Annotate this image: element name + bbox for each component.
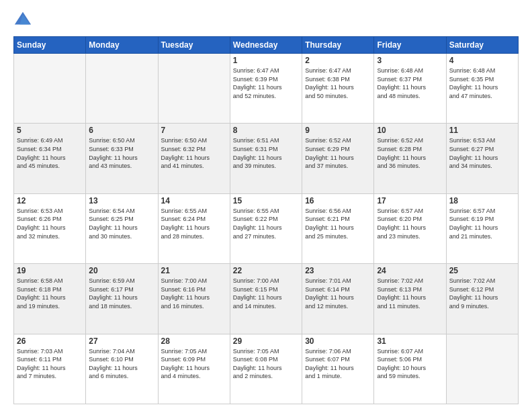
calendar-day-cell: 9Sunrise: 6:52 AM Sunset: 6:29 PM Daylig… (302, 124, 374, 193)
cell-content: Sunrise: 6:48 AM Sunset: 6:37 PM Dayligh… (377, 66, 443, 100)
calendar-day-header: Sunday (14, 37, 86, 54)
calendar-table: SundayMondayTuesdayWednesdayThursdayFrid… (13, 36, 519, 404)
calendar-day-header: Monday (86, 37, 158, 54)
logo-icon (13, 11, 32, 30)
day-number: 20 (89, 266, 154, 275)
cell-content: Sunrise: 6:49 AM Sunset: 6:34 PM Dayligh… (17, 136, 83, 170)
calendar-day-cell: 19Sunrise: 6:58 AM Sunset: 6:18 PM Dayli… (14, 264, 86, 334)
cell-content: Sunrise: 6:57 AM Sunset: 6:20 PM Dayligh… (377, 207, 443, 240)
day-number: 23 (305, 266, 371, 275)
logo (13, 11, 35, 30)
calendar-day-cell: 15Sunrise: 6:55 AM Sunset: 6:22 PM Dayli… (230, 193, 302, 263)
cell-content: Sunrise: 7:05 AM Sunset: 6:09 PM Dayligh… (161, 347, 227, 381)
cell-content: Sunrise: 7:02 AM Sunset: 6:12 PM Dayligh… (449, 277, 515, 310)
calendar-day-cell: 18Sunrise: 6:57 AM Sunset: 6:19 PM Dayli… (446, 193, 518, 263)
day-number: 19 (17, 266, 83, 275)
day-number: 28 (161, 336, 227, 346)
calendar-week-row: 5Sunrise: 6:49 AM Sunset: 6:34 PM Daylig… (14, 124, 519, 193)
cell-content: Sunrise: 7:00 AM Sunset: 6:16 PM Dayligh… (161, 277, 227, 310)
cell-content: Sunrise: 6:54 AM Sunset: 6:25 PM Dayligh… (89, 207, 154, 240)
day-number: 25 (449, 266, 515, 275)
cell-content: Sunrise: 6:53 AM Sunset: 6:26 PM Dayligh… (17, 207, 83, 240)
cell-content: Sunrise: 6:07 AM Sunset: 5:06 PM Dayligh… (377, 347, 443, 381)
day-number: 21 (161, 266, 227, 275)
calendar-day-cell: 13Sunrise: 6:54 AM Sunset: 6:25 PM Dayli… (86, 193, 158, 263)
calendar-day-cell: 6Sunrise: 6:50 AM Sunset: 6:33 PM Daylig… (86, 124, 158, 193)
calendar-day-cell: 7Sunrise: 6:50 AM Sunset: 6:32 PM Daylig… (158, 124, 230, 193)
cell-content: Sunrise: 6:48 AM Sunset: 6:35 PM Dayligh… (449, 66, 515, 100)
day-number: 9 (305, 126, 371, 135)
day-number: 8 (233, 126, 299, 135)
calendar-day-cell: 14Sunrise: 6:55 AM Sunset: 6:24 PM Dayli… (158, 193, 230, 263)
calendar-day-cell: 1Sunrise: 6:47 AM Sunset: 6:39 PM Daylig… (230, 54, 302, 124)
calendar-day-cell: 3Sunrise: 6:48 AM Sunset: 6:37 PM Daylig… (374, 54, 446, 124)
calendar-day-header: Tuesday (158, 37, 230, 54)
calendar-day-cell: 10Sunrise: 6:52 AM Sunset: 6:28 PM Dayli… (374, 124, 446, 193)
calendar-day-cell: 5Sunrise: 6:49 AM Sunset: 6:34 PM Daylig… (14, 124, 86, 193)
calendar-day-cell: 4Sunrise: 6:48 AM Sunset: 6:35 PM Daylig… (446, 54, 518, 124)
cell-content: Sunrise: 7:01 AM Sunset: 6:14 PM Dayligh… (305, 277, 371, 310)
cell-content: Sunrise: 6:52 AM Sunset: 6:28 PM Dayligh… (377, 136, 443, 170)
cell-content: Sunrise: 6:55 AM Sunset: 6:22 PM Dayligh… (233, 207, 299, 240)
day-number: 2 (305, 56, 371, 65)
cell-content: Sunrise: 7:03 AM Sunset: 6:11 PM Dayligh… (17, 347, 83, 381)
cell-content: Sunrise: 7:06 AM Sunset: 6:07 PM Dayligh… (305, 347, 371, 381)
cell-content: Sunrise: 7:00 AM Sunset: 6:15 PM Dayligh… (233, 277, 299, 310)
calendar-week-row: 12Sunrise: 6:53 AM Sunset: 6:26 PM Dayli… (14, 193, 519, 263)
calendar-day-header: Saturday (446, 37, 518, 54)
calendar-day-cell: 29Sunrise: 7:05 AM Sunset: 6:08 PM Dayli… (230, 334, 302, 404)
cell-content: Sunrise: 6:51 AM Sunset: 6:31 PM Dayligh… (233, 136, 299, 170)
calendar-day-cell: 23Sunrise: 7:01 AM Sunset: 6:14 PM Dayli… (302, 264, 374, 334)
day-number: 1 (233, 56, 299, 65)
cell-content: Sunrise: 6:56 AM Sunset: 6:21 PM Dayligh… (305, 207, 371, 240)
day-number: 11 (449, 126, 515, 135)
cell-content: Sunrise: 7:02 AM Sunset: 6:13 PM Dayligh… (377, 277, 443, 310)
cell-content: Sunrise: 6:47 AM Sunset: 6:39 PM Dayligh… (233, 66, 299, 100)
calendar-day-cell: 11Sunrise: 6:53 AM Sunset: 6:27 PM Dayli… (446, 124, 518, 193)
day-number: 16 (305, 196, 371, 205)
calendar-week-row: 19Sunrise: 6:58 AM Sunset: 6:18 PM Dayli… (14, 264, 519, 334)
day-number: 3 (377, 56, 443, 65)
day-number: 29 (233, 336, 299, 346)
header (13, 11, 519, 30)
cell-content: Sunrise: 6:58 AM Sunset: 6:18 PM Dayligh… (17, 277, 83, 310)
calendar-week-row: 26Sunrise: 7:03 AM Sunset: 6:11 PM Dayli… (14, 334, 519, 404)
day-number: 26 (17, 336, 83, 346)
page: SundayMondayTuesdayWednesdayThursdayFrid… (0, 0, 532, 411)
day-number: 22 (233, 266, 299, 275)
cell-content: Sunrise: 6:50 AM Sunset: 6:32 PM Dayligh… (161, 136, 227, 170)
calendar-day-cell: 26Sunrise: 7:03 AM Sunset: 6:11 PM Dayli… (14, 334, 86, 404)
calendar-day-header: Wednesday (230, 37, 302, 54)
day-number: 6 (89, 126, 154, 135)
cell-content: Sunrise: 7:05 AM Sunset: 6:08 PM Dayligh… (233, 347, 299, 381)
day-number: 24 (377, 266, 443, 275)
day-number: 14 (161, 196, 227, 205)
cell-content: Sunrise: 7:04 AM Sunset: 6:10 PM Dayligh… (89, 347, 154, 381)
day-number: 15 (233, 196, 299, 205)
day-number: 5 (17, 126, 83, 135)
calendar-day-cell: 2Sunrise: 6:47 AM Sunset: 6:38 PM Daylig… (302, 54, 374, 124)
calendar-day-cell: 30Sunrise: 7:06 AM Sunset: 6:07 PM Dayli… (302, 334, 374, 404)
calendar-day-cell: 24Sunrise: 7:02 AM Sunset: 6:13 PM Dayli… (374, 264, 446, 334)
day-number: 30 (305, 336, 371, 346)
calendar-day-cell: 28Sunrise: 7:05 AM Sunset: 6:09 PM Dayli… (158, 334, 230, 404)
cell-content: Sunrise: 6:52 AM Sunset: 6:29 PM Dayligh… (305, 136, 371, 170)
cell-content: Sunrise: 6:55 AM Sunset: 6:24 PM Dayligh… (161, 207, 227, 240)
cell-content: Sunrise: 6:57 AM Sunset: 6:19 PM Dayligh… (449, 207, 515, 240)
calendar-empty-cell (14, 54, 86, 124)
day-number: 18 (449, 196, 515, 205)
calendar-day-cell: 20Sunrise: 6:59 AM Sunset: 6:17 PM Dayli… (86, 264, 158, 334)
day-number: 17 (377, 196, 443, 205)
calendar-day-cell: 25Sunrise: 7:02 AM Sunset: 6:12 PM Dayli… (446, 264, 518, 334)
day-number: 4 (449, 56, 515, 65)
calendar-empty-cell (446, 334, 518, 404)
calendar-day-cell: 27Sunrise: 7:04 AM Sunset: 6:10 PM Dayli… (86, 334, 158, 404)
cell-content: Sunrise: 6:50 AM Sunset: 6:33 PM Dayligh… (89, 136, 154, 170)
calendar-week-row: 1Sunrise: 6:47 AM Sunset: 6:39 PM Daylig… (14, 54, 519, 124)
day-number: 31 (377, 336, 443, 346)
cell-content: Sunrise: 6:53 AM Sunset: 6:27 PM Dayligh… (449, 136, 515, 170)
cell-content: Sunrise: 6:47 AM Sunset: 6:38 PM Dayligh… (305, 66, 371, 100)
calendar-day-cell: 22Sunrise: 7:00 AM Sunset: 6:15 PM Dayli… (230, 264, 302, 334)
calendar-empty-cell (86, 54, 158, 124)
calendar-day-cell: 8Sunrise: 6:51 AM Sunset: 6:31 PM Daylig… (230, 124, 302, 193)
